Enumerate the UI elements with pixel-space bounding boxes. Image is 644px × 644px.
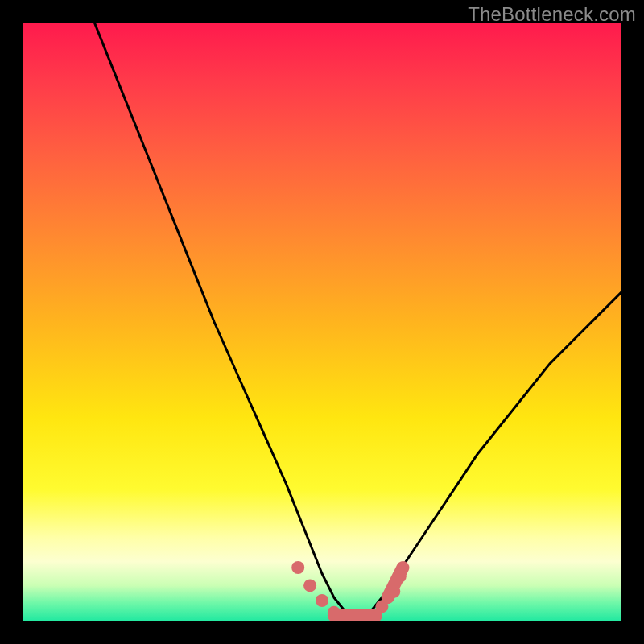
bottom-markers (291, 561, 407, 619)
plot-area (23, 23, 621, 621)
marker-capsule-right (388, 568, 403, 597)
marker-dot (316, 594, 328, 607)
marker-dot (303, 579, 316, 592)
marker-dot (291, 561, 304, 574)
curve-svg (23, 23, 621, 621)
bottleneck-curve (94, 23, 621, 616)
chart-stage: TheBottleneck.com (0, 0, 644, 644)
bottleneck-curve-path (94, 23, 621, 616)
